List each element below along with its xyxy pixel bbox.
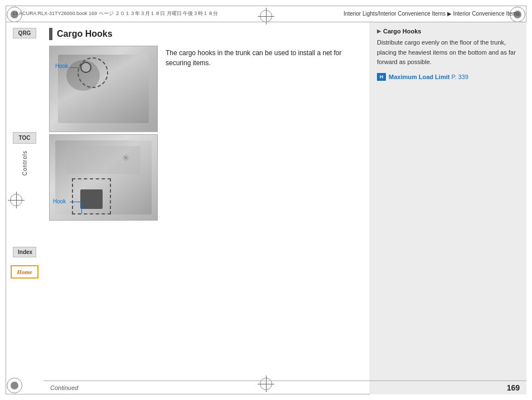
trunk-image-top: Hook bbox=[49, 46, 158, 132]
right-panel: Cargo Hooks Distribute cargo evenly on t… bbox=[370, 22, 526, 394]
trunk-image-bottom: ✳ Hook bbox=[49, 134, 158, 221]
hook-label-top: Hook bbox=[55, 63, 68, 69]
toc-button[interactable]: TOC bbox=[13, 132, 36, 144]
hook-label-bottom: Hook bbox=[53, 198, 66, 204]
link-text-page: P. 339 bbox=[451, 74, 468, 80]
page-number: 169 bbox=[507, 383, 520, 392]
section-title: Cargo Hooks bbox=[57, 29, 113, 39]
right-panel-title-text: Cargo Hooks bbox=[383, 28, 421, 35]
link-text-bold: Maximum Load Limit bbox=[389, 74, 449, 80]
hook-circle-top bbox=[78, 57, 108, 88]
breadcrumb: Interior Lights/Interior Convenience Ite… bbox=[344, 11, 520, 17]
right-panel-body: Distribute cargo evenly on the floor of … bbox=[377, 38, 520, 67]
hook-square bbox=[80, 189, 103, 209]
max-load-link[interactable]: H Maximum Load Limit P. 339 bbox=[377, 73, 520, 81]
breadcrumb-part1: Interior Lights/Interior Convenience Ite… bbox=[344, 11, 446, 17]
main-content: Cargo Hooks Hook bbox=[43, 22, 526, 394]
qrg-button[interactable]: QRG bbox=[13, 28, 36, 38]
description-area: The cargo hooks in the trunk can be used… bbox=[166, 46, 362, 68]
controls-label: Controls bbox=[22, 150, 28, 175]
left-sidebar: QRG TOC Controls Index Home bbox=[6, 22, 43, 394]
description-text: The cargo hooks in the trunk can be used… bbox=[166, 48, 362, 68]
home-button[interactable]: Home bbox=[11, 265, 38, 279]
hook-arrow-top bbox=[70, 67, 82, 68]
breadcrumb-part2: Interior Convenience Items bbox=[453, 11, 520, 17]
top-header: 14 ACURA RLX-31TY26000.book 169 ページ ２０１３… bbox=[6, 6, 526, 22]
breadcrumb-arrow: ▶ bbox=[447, 11, 452, 17]
images-section: Hook ✳ Hook bbox=[49, 46, 158, 221]
bottom-bar: Continued 169 bbox=[43, 381, 526, 394]
continued-text: Continued bbox=[50, 384, 78, 391]
right-panel-title: Cargo Hooks bbox=[377, 28, 520, 35]
link-icon: H bbox=[377, 73, 386, 81]
hook-arrow-vert bbox=[81, 202, 82, 213]
heading-bar bbox=[49, 28, 52, 40]
section-heading: Cargo Hooks bbox=[49, 28, 362, 40]
file-info: 14 ACURA RLX-31TY26000.book 169 ページ ２０１３… bbox=[12, 10, 218, 17]
left-main-area: Cargo Hooks Hook bbox=[43, 22, 370, 394]
hook-arrow-bottom bbox=[70, 202, 82, 202]
link-text: Maximum Load Limit P. 339 bbox=[389, 74, 468, 80]
index-button[interactable]: Index bbox=[13, 247, 36, 257]
